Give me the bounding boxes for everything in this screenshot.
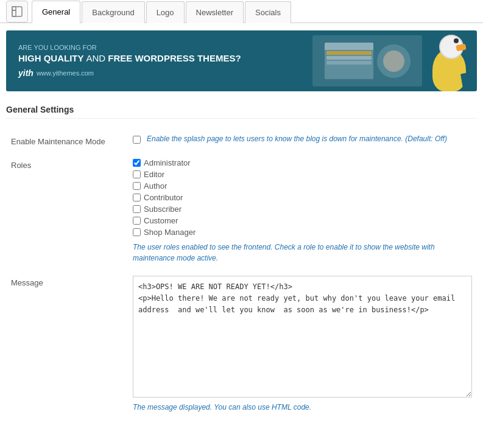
page-wrapper: General Background Logo Newsletter Socia… [0,0,483,448]
maintenance-mode-description: Enable the splash page to lets users to … [147,135,447,143]
banner-bold2: FREE WORDPRESS THEMES? [108,53,241,63]
tab-newsletter[interactable]: Newsletter [186,1,244,23]
roles-label: Roles [6,152,128,270]
role-editor-label: Editor [144,170,164,179]
role-author-label: Author [144,181,167,191]
admin-icon [6,1,28,23]
maintenance-mode-field: Enable the splash page to lets users to … [128,128,477,152]
banner-and: AND [86,53,108,63]
role-contributor-checkbox[interactable] [133,194,141,201]
role-shop-manager-label: Shop Manager [144,228,196,237]
message-textarea[interactable] [133,276,472,397]
svg-rect-2 [12,10,16,16]
roles-row: Roles Administrator Editor Author [6,152,477,270]
settings-content: General Settings Enable Maintenance Mode… [0,99,483,430]
banner-bold1: HIGH QUALITY [18,53,83,63]
settings-table: Enable Maintenance Mode Enable the splas… [6,128,477,418]
role-customer: Customer [133,216,472,225]
role-administrator-label: Administrator [144,158,191,167]
roles-description: The user roles enabled to see the fronte… [133,242,472,264]
tab-background[interactable]: Background [82,1,144,23]
message-label: Message [6,270,128,418]
maintenance-checkbox-row: Enable the splash page to lets users to … [133,135,472,144]
banner-small-text: ARE YOU LOOKING FOR [18,44,465,51]
maintenance-mode-row: Enable Maintenance Mode Enable the splas… [6,128,477,152]
tab-socials[interactable]: Socials [245,1,291,23]
role-customer-label: Customer [144,216,178,225]
role-shop-manager: Shop Manager [133,228,472,237]
banner-url: www.yithemes.com [37,69,94,77]
role-administrator: Administrator [133,158,472,167]
role-shop-manager-checkbox[interactable] [133,228,141,236]
tab-general[interactable]: General [32,1,80,23]
message-description: The message displayed. You can also use … [133,403,472,411]
role-administrator-checkbox[interactable] [133,159,141,167]
maintenance-mode-checkbox[interactable] [133,136,141,144]
promo-banner[interactable]: ARE YOU LOOKING FOR HIGH QUALITY AND FRE… [6,30,477,91]
role-customer-checkbox[interactable] [133,217,141,225]
tabs-bar: General Background Logo Newsletter Socia… [0,0,483,23]
role-subscriber-checkbox[interactable] [133,205,141,213]
roles-field: Administrator Editor Author Contrib [128,152,477,270]
role-subscriber-label: Subscriber [144,205,182,214]
role-editor: Editor [133,170,472,179]
yith-logo: yith [18,68,33,78]
role-contributor: Contributor [133,193,472,202]
role-subscriber: Subscriber [133,205,472,214]
role-author-checkbox[interactable] [133,182,141,190]
tab-logo[interactable]: Logo [146,1,185,23]
role-contributor-label: Contributor [144,193,183,202]
role-author: Author [133,181,472,191]
message-field: The message displayed. You can also use … [128,270,477,418]
banner-large-text: HIGH QUALITY AND FREE WORDPRESS THEMES? [18,53,465,63]
section-title: General Settings [6,105,477,119]
svg-rect-0 [12,7,22,16]
role-editor-checkbox[interactable] [133,170,141,178]
maintenance-mode-label: Enable Maintenance Mode [6,128,128,152]
banner-logo-area: yith www.yithemes.com [18,68,465,78]
message-row: Message The message displayed. You can a… [6,270,477,418]
